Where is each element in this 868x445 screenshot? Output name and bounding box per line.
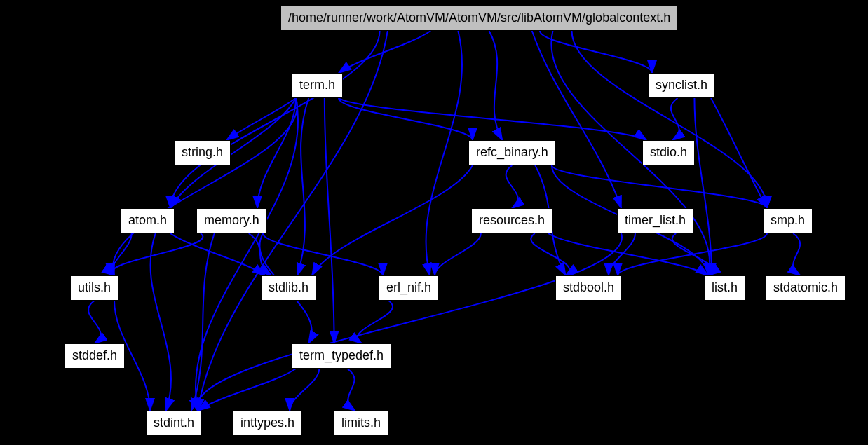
label: string.h [182, 145, 223, 159]
node-stddef-h[interactable]: stddef.h [65, 343, 125, 369]
edge-term-to-term_typedef [325, 98, 334, 343]
node-string-h[interactable]: string.h [174, 140, 231, 165]
label: refc_binary.h [476, 145, 548, 159]
node-synclist-h[interactable]: synclist.h [648, 73, 715, 98]
edge-synclist-to-list [694, 98, 712, 275]
node-smp-h[interactable]: smp.h [763, 208, 813, 233]
edge-root-to-smp [572, 31, 768, 208]
edge-term_typedef-to-stdint [198, 369, 296, 411]
label: stddef.h [72, 348, 117, 362]
edge-erl_nif-to-term_typedef [358, 301, 393, 343]
edge-term-to-memory [257, 98, 296, 208]
edge-root-to-timer_list [532, 31, 621, 208]
edge-root-to-term [339, 31, 430, 73]
label: inttypes.h [240, 416, 294, 430]
edge-utils-to-stddef [88, 301, 100, 343]
node-resources-h[interactable]: resources.h [471, 208, 552, 233]
node-refc-binary-h[interactable]: refc_binary.h [468, 140, 556, 165]
label: stdatomic.h [773, 280, 838, 294]
node-limits-h[interactable]: limits.h [334, 411, 388, 436]
node-stdbool-h[interactable]: stdbool.h [555, 275, 622, 301]
node-globalcontext-h[interactable]: /home/runner/work/AtomVM/AtomVM/src/libA… [280, 6, 678, 31]
label: synclist.h [656, 78, 707, 92]
label: /home/runner/work/AtomVM/AtomVM/src/libA… [288, 11, 670, 25]
node-utils-h[interactable]: utils.h [70, 275, 118, 301]
node-stdint-h[interactable]: stdint.h [146, 411, 202, 436]
label: smp.h [771, 213, 805, 227]
node-erl-nif-h[interactable]: erl_nif.h [379, 275, 439, 301]
edge-root-to-erl_nif [426, 31, 462, 275]
label: timer_list.h [625, 213, 686, 227]
edge-root-to-refc_binary [489, 31, 503, 140]
node-stdatomic-h[interactable]: stdatomic.h [766, 275, 846, 301]
edge-term_typedef-to-inttypes [290, 369, 319, 411]
node-stdlib-h[interactable]: stdlib.h [261, 275, 316, 301]
edge-term-to-utils [113, 98, 297, 275]
label: limits.h [341, 416, 381, 430]
edge-root-to-synclist [540, 31, 652, 73]
edge-synclist-to-smp [711, 98, 767, 208]
label: term_typedef.h [299, 348, 384, 362]
edge-refc_binary-to-smp [552, 165, 767, 208]
label: utils.h [78, 280, 111, 294]
node-memory-h[interactable]: memory.h [196, 208, 267, 233]
edge-atom-to-stdlib [170, 233, 265, 275]
node-inttypes-h[interactable]: inttypes.h [233, 411, 302, 436]
node-term-h[interactable]: term.h [292, 73, 343, 98]
label: atom.h [128, 213, 167, 227]
edge-root-to-atom [170, 31, 380, 208]
edge-smp-to-stdatomic [793, 233, 800, 275]
edge-resources-to-erl_nif [435, 233, 481, 275]
label: stdio.h [650, 145, 687, 159]
node-timer-list-h[interactable]: timer_list.h [617, 208, 693, 233]
label: stdbool.h [563, 280, 614, 294]
edge-term-to-stdio [339, 98, 646, 140]
label: stdint.h [154, 416, 194, 430]
label: list.h [712, 280, 738, 294]
label: erl_nif.h [386, 280, 431, 294]
node-term-typedef-h[interactable]: term_typedef.h [292, 343, 391, 369]
label: memory.h [204, 213, 259, 227]
edge-term_typedef-to-limits [347, 369, 355, 411]
edge-refc_binary-to-stdlib [312, 165, 473, 275]
node-list-h[interactable]: list.h [704, 275, 745, 301]
edge-refc_binary-to-resources [506, 165, 518, 208]
edge-memory-to-erl_nif [263, 233, 383, 275]
node-stdio-h[interactable]: stdio.h [642, 140, 695, 165]
edge-atom-to-stdint [151, 233, 171, 411]
edge-synclist-to-stdio [671, 98, 679, 140]
label: resources.h [479, 213, 545, 227]
edge-memory-to-utils [112, 233, 203, 275]
node-atom-h[interactable]: atom.h [121, 208, 175, 233]
label: stdlib.h [269, 280, 308, 294]
label: term.h [299, 78, 335, 92]
